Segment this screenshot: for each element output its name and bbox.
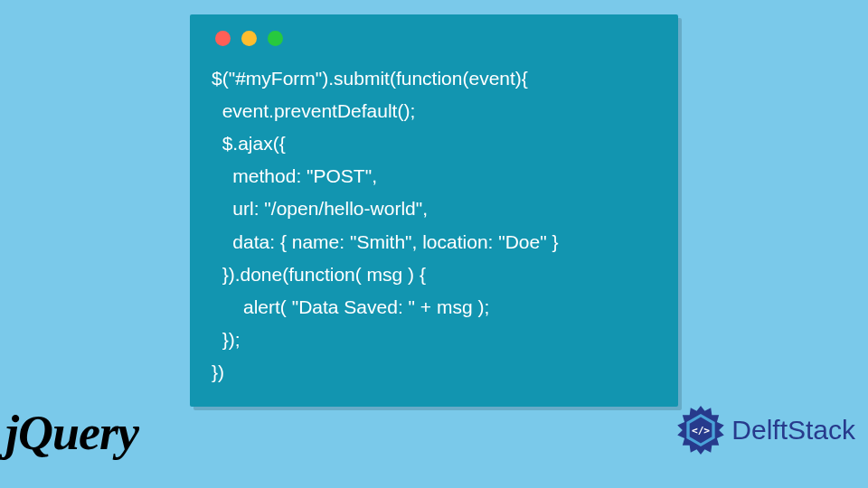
delft-part1: Delft [731, 415, 788, 445]
code-line: method: "POST", [212, 165, 377, 186]
jquery-logo: jQuery [5, 405, 138, 461]
code-block: $("#myForm").submit(function(event){ eve… [212, 62, 656, 389]
dot-close-icon [215, 31, 231, 46]
delftstack-text: DelftStack [731, 415, 855, 446]
jquery-logo-text: jQuery [5, 406, 138, 460]
code-line: }).done(function( msg ) { [212, 264, 426, 285]
delftstack-gear-icon: </> [675, 405, 726, 455]
window-dots [215, 31, 656, 46]
dot-maximize-icon [268, 31, 283, 46]
dot-minimize-icon [241, 31, 257, 46]
code-line: $.ajax({ [212, 133, 286, 154]
code-line: url: "/open/hello-world", [212, 198, 428, 219]
delft-part2: Stack [788, 415, 855, 445]
code-card: $("#myForm").submit(function(event){ eve… [190, 14, 678, 407]
code-line: alert( "Data Saved: " + msg ); [212, 296, 489, 317]
code-line: event.preventDefault(); [212, 100, 415, 121]
code-line: }); [212, 329, 241, 350]
code-line: $("#myForm").submit(function(event){ [212, 68, 528, 89]
code-line: }) [212, 361, 224, 382]
delftstack-logo: </> DelftStack [675, 405, 855, 455]
svg-text:</>: </> [692, 425, 710, 436]
code-line: data: { name: "Smith", location: "Doe" } [212, 231, 559, 252]
